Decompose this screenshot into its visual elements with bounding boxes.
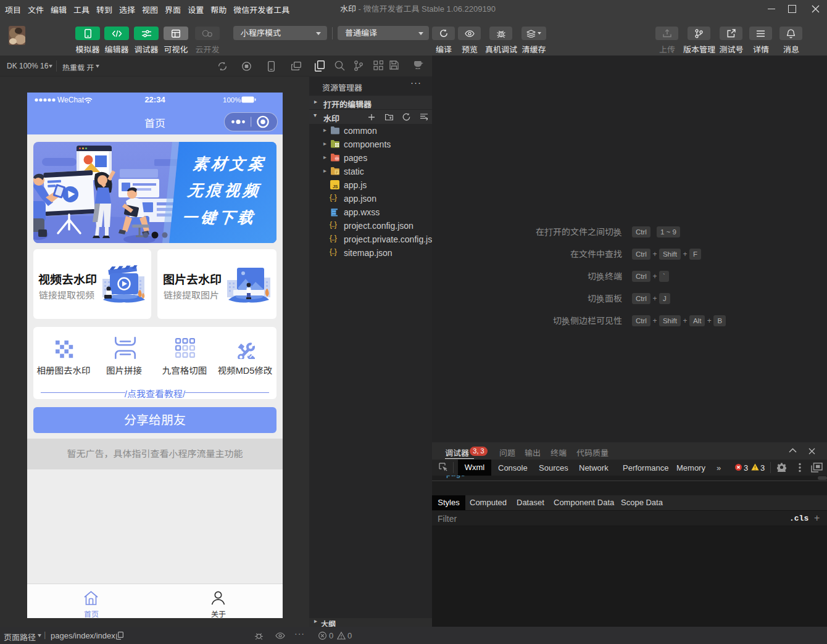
svg-text:WeChat: WeChat: [57, 96, 85, 104]
svg-text:<>: <>: [335, 157, 339, 160]
svg-text:素材文案: 素材文案: [192, 155, 268, 172]
svg-text:无痕视频: 无痕视频: [186, 181, 262, 199]
svg-text:一键下载: 一键下载: [181, 208, 257, 226]
svg-text:JS: JS: [333, 184, 338, 189]
